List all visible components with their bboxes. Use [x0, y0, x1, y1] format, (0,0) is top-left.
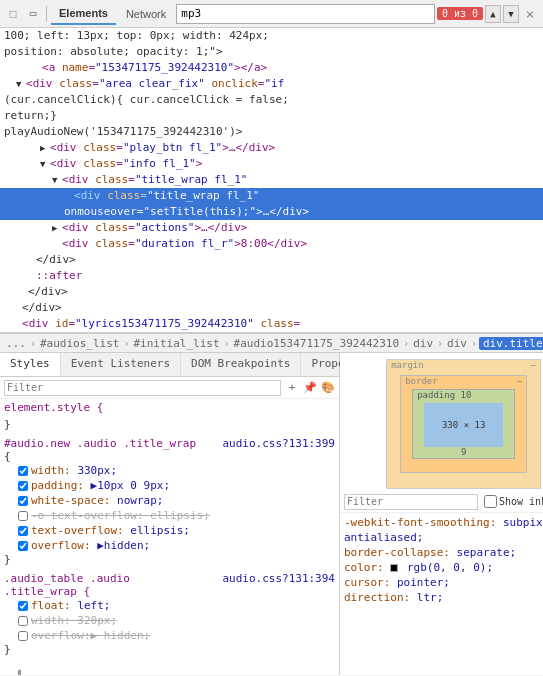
- css-prop-line: overflow:▶ hidden;: [4, 628, 335, 643]
- css-source-link[interactable]: audio.css?131:394: [222, 572, 335, 585]
- html-line[interactable]: position: absolute; opacity: 1;">: [0, 44, 543, 60]
- filter-input[interactable]: [4, 380, 281, 396]
- prev-match-button[interactable]: ▲: [485, 5, 501, 23]
- breadcrumb-item[interactable]: #audio153471175_392442310: [232, 337, 402, 350]
- html-line[interactable]: </div>: [0, 284, 543, 300]
- html-line-selected[interactable]: <div class="title_wrap fl_1": [0, 188, 543, 204]
- css-selector: #audio.new .audio .title_wrap: [4, 437, 196, 450]
- html-line[interactable]: <a name="153471175_392442310"></a>: [0, 60, 543, 76]
- css-source-link[interactable]: audio.css?131:399: [222, 437, 335, 450]
- pin-icon[interactable]: 📌: [303, 381, 317, 395]
- breadcrumb-item[interactable]: #initial_list: [131, 337, 221, 350]
- add-rule-icon[interactable]: +: [285, 381, 299, 395]
- show-inherited: Show inherited: [484, 495, 543, 508]
- border-label: border: [405, 376, 438, 386]
- css-prop-line: width: 320px;: [4, 613, 335, 628]
- css-prop-checkbox[interactable]: [18, 526, 28, 536]
- html-line[interactable]: <div id="lyrics153471175_392442310" clas…: [0, 316, 543, 332]
- box-model: margin − border − padding 10: [386, 359, 541, 489]
- html-line[interactable]: ::after: [0, 268, 543, 284]
- css-prop-checkbox[interactable]: [18, 616, 28, 626]
- css-rule-element-style: element.style { }: [4, 401, 335, 431]
- show-inherited-checkbox[interactable]: [484, 495, 497, 508]
- left-panel: Styles Event Listeners DOM Breakpoints P…: [0, 353, 340, 675]
- css-close-brace: }: [4, 418, 335, 431]
- html-line[interactable]: (cur.cancelClick){ cur.cancelClick = fal…: [0, 92, 543, 108]
- cursor-indicator: ▌: [18, 670, 24, 675]
- css-selector: .audio_table .audio: [4, 572, 130, 585]
- html-line[interactable]: ▼ <div class="area clear_fix" onclick="i…: [0, 76, 543, 92]
- html-line[interactable]: return;}: [0, 108, 543, 124]
- css-selector: element.style {: [4, 401, 103, 414]
- box-model-container: margin − border − padding 10: [340, 353, 543, 491]
- css-prop-line: padding: ▶10px 0 9px;: [4, 478, 335, 493]
- right-css-content: -webkit-font-smoothing: subpixel-antiali…: [340, 513, 543, 675]
- css-prop-line: overflow: ▶hidden;: [4, 538, 335, 553]
- css-computed-prop: border-collapse: separate;: [344, 545, 543, 560]
- margin-label: margin: [391, 360, 424, 370]
- show-inherited-label: Show inherited: [499, 496, 543, 507]
- css-prop-line: width: 330px;: [4, 463, 335, 478]
- right-filter-bar: Show inherited: [340, 491, 543, 513]
- css-prop-line: white-space: nowrap;: [4, 493, 335, 508]
- tab-event-listeners[interactable]: Event Listeners: [61, 353, 181, 376]
- breadcrumb-item[interactable]: ...: [4, 337, 28, 350]
- html-line[interactable]: playAudioNew('153471175_392442310')>: [0, 124, 543, 140]
- tab-dom-breakpoints[interactable]: DOM Breakpoints: [181, 353, 301, 376]
- css-prop-checkbox[interactable]: [18, 631, 28, 641]
- html-panel: 100; left: 13px; top: 0px; width: 424px;…: [0, 28, 543, 333]
- breadcrumb-item[interactable]: div: [445, 337, 469, 350]
- filter-bar: + 📌 🎨: [0, 377, 339, 399]
- html-line-selected-cont[interactable]: onmouseover="setTitle(this);">…</div>: [0, 204, 543, 220]
- close-button[interactable]: ×: [521, 5, 539, 23]
- margin-dash: −: [531, 360, 536, 370]
- css-content: element.style { } #audio.new .audio .tit…: [0, 399, 339, 675]
- network-tab[interactable]: Network: [118, 4, 174, 24]
- breadcrumb-item[interactable]: #audios_list: [38, 337, 121, 350]
- tab-styles[interactable]: Styles: [0, 353, 61, 376]
- padding-bottom: 9: [461, 447, 466, 457]
- css-computed-prop: cursor: pointer;: [344, 575, 543, 590]
- css-prop-checkbox[interactable]: [18, 541, 28, 551]
- breadcrumb-item-active[interactable]: div.title_wrap.fl_1: [479, 337, 543, 350]
- device-icon[interactable]: ▭: [24, 5, 42, 23]
- css-prop-line: float: left;: [4, 598, 335, 613]
- color-swatch: [390, 564, 398, 572]
- css-prop-checkbox[interactable]: [18, 466, 28, 476]
- css-prop-checkbox[interactable]: [18, 481, 28, 491]
- breadcrumb: ... › #audios_list › #initial_list › #au…: [0, 333, 543, 353]
- css-computed-prop: color: rgb(0, 0, 0);: [344, 560, 543, 575]
- css-prop-checkbox[interactable]: [18, 511, 28, 521]
- content-size: 330 × 13: [442, 420, 485, 430]
- match-badge: 0 из 0: [437, 7, 483, 20]
- html-line[interactable]: ▶ <div class="play_btn fl_1">…</div>: [0, 140, 543, 156]
- sub-tabs: Styles Event Listeners DOM Breakpoints P…: [0, 353, 339, 377]
- html-line[interactable]: </div>: [0, 252, 543, 268]
- breadcrumb-item[interactable]: div: [411, 337, 435, 350]
- css-rule-audio-table: .audio_table .audio audio.css?131:394 .t…: [4, 572, 335, 656]
- css-prop-line: text-overflow: ellipsis;: [4, 523, 335, 538]
- bottom-area: Styles Event Listeners DOM Breakpoints P…: [0, 353, 543, 675]
- css-computed-prop: -webkit-font-smoothing: subpixel-antiali…: [344, 515, 543, 545]
- toolbar-separator: [46, 6, 47, 22]
- next-match-button[interactable]: ▼: [503, 5, 519, 23]
- border-dash: −: [517, 376, 522, 386]
- html-line[interactable]: 100; left: 13px; top: 0px; width: 424px;: [0, 28, 543, 44]
- html-line[interactable]: <div class="duration fl_r">8:00</div>: [0, 236, 543, 252]
- css-prop-checkbox[interactable]: [18, 496, 28, 506]
- toolbar: ⬚ ▭ Elements Network 0 из 0 ▲ ▼ ×: [0, 0, 543, 28]
- right-filter-input[interactable]: [344, 494, 478, 510]
- html-line[interactable]: ▶ <div class="actions">…</div>: [0, 220, 543, 236]
- search-input[interactable]: [176, 4, 435, 24]
- html-line[interactable]: </div>: [0, 300, 543, 316]
- css-prop-line: -o text-overflow: ellipsis;: [4, 508, 335, 523]
- css-computed-prop: direction: ltr;: [344, 590, 543, 605]
- css-prop-checkbox[interactable]: [18, 601, 28, 611]
- right-panel: margin − border − padding 10: [340, 353, 543, 675]
- padding-label: padding 10: [417, 390, 471, 400]
- html-line[interactable]: ▼ <div class="info fl_1">: [0, 156, 543, 172]
- color-picker-icon[interactable]: 🎨: [321, 381, 335, 395]
- html-line[interactable]: ▼ <div class="title_wrap fl_1": [0, 172, 543, 188]
- elements-tab[interactable]: Elements: [51, 3, 116, 25]
- inspect-icon[interactable]: ⬚: [4, 5, 22, 23]
